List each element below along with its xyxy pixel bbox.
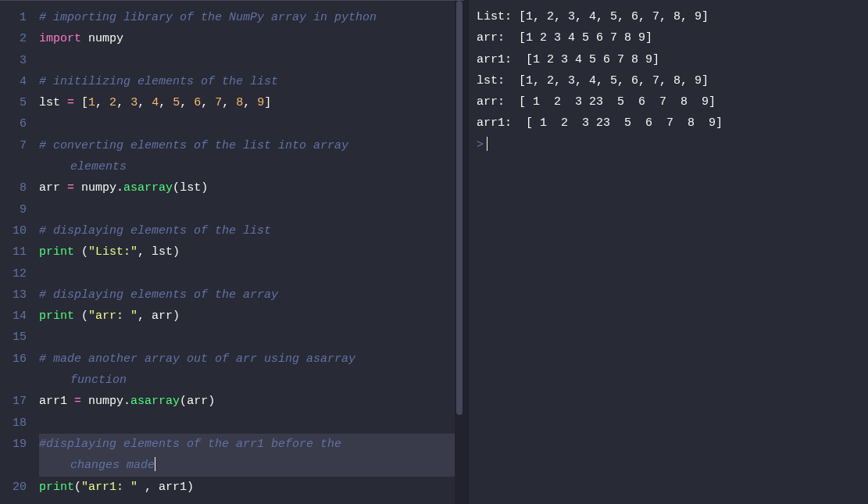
- code-area[interactable]: # importing library of the NumPy array i…: [34, 1, 464, 504]
- line-number: 8: [0, 177, 34, 198]
- code-line[interactable]: # displaying elements of the list: [39, 220, 464, 241]
- code-line[interactable]: #displaying elements of the arr1 before …: [39, 434, 464, 455]
- line-number-continuation: [0, 156, 34, 177]
- line-number: 14: [0, 306, 34, 327]
- line-number: 13: [0, 284, 34, 306]
- line-number: 5: [0, 92, 34, 113]
- line-number: 12: [0, 263, 34, 284]
- output-line: lst: [1, 2, 3, 4, 5, 6, 7, 8, 9]: [477, 70, 860, 91]
- code-line[interactable]: [39, 327, 464, 348]
- line-number: 7: [0, 135, 34, 156]
- prompt-line[interactable]: >: [477, 134, 860, 155]
- output-line: arr: [1 2 3 4 5 6 7 8 9]: [477, 27, 860, 48]
- line-number: 6: [0, 113, 34, 134]
- output-cursor: [487, 137, 488, 151]
- line-number: 16: [0, 349, 34, 370]
- code-line[interactable]: [39, 413, 464, 434]
- line-number: 20: [0, 477, 34, 498]
- output-line: arr: [ 1 2 3 23 5 6 7 8 9]: [477, 91, 860, 113]
- output-line: arr1: [1 2 3 4 5 6 7 8 9]: [477, 49, 860, 70]
- code-line[interactable]: print ("List:", lst): [39, 241, 464, 263]
- code-line[interactable]: [39, 113, 464, 134]
- line-number: 3: [0, 50, 34, 71]
- line-number-continuation: [0, 455, 34, 476]
- line-number-gutter: 1234567891011121314151617181920: [0, 1, 34, 504]
- code-line[interactable]: import numpy: [39, 28, 464, 49]
- scrollbar-thumb[interactable]: [456, 1, 463, 415]
- line-number-continuation: [0, 370, 34, 391]
- code-line[interactable]: # made another array out of arr using as…: [39, 349, 464, 370]
- line-number: 17: [0, 391, 34, 412]
- prompt-symbol: >: [477, 138, 484, 152]
- code-line[interactable]: [39, 263, 464, 284]
- line-number: 4: [0, 71, 34, 92]
- code-line-wrap[interactable]: changes made: [39, 455, 464, 476]
- line-number: 11: [0, 241, 34, 263]
- line-number: 2: [0, 28, 34, 49]
- code-line[interactable]: lst = [1, 2, 3, 4, 5, 6, 7, 8, 9]: [39, 92, 464, 113]
- line-number: 19: [0, 434, 34, 455]
- code-line[interactable]: # converting elements of the list into a…: [39, 135, 464, 156]
- output-pane[interactable]: List: [1, 2, 3, 4, 5, 6, 7, 8, 9]arr: [1…: [469, 0, 868, 504]
- line-number: 10: [0, 220, 34, 241]
- code-line[interactable]: [39, 50, 464, 71]
- editor-scrollbar[interactable]: [455, 1, 464, 504]
- code-line[interactable]: [39, 199, 464, 220]
- code-line-wrap[interactable]: function: [39, 370, 464, 391]
- line-number: 1: [0, 7, 34, 28]
- code-line[interactable]: # importing library of the NumPy array i…: [39, 7, 464, 28]
- text-cursor: [155, 457, 155, 471]
- line-number: 9: [0, 199, 34, 220]
- code-line[interactable]: # displaying elements of the array: [39, 284, 464, 306]
- code-line[interactable]: print("arr1: " , arr1): [39, 477, 464, 498]
- output-line: List: [1, 2, 3, 4, 5, 6, 7, 8, 9]: [477, 6, 860, 27]
- code-line[interactable]: print ("arr: ", arr): [39, 306, 464, 327]
- output-line: arr1: [ 1 2 3 23 5 6 7 8 9]: [477, 113, 860, 134]
- code-line[interactable]: # initilizing elements of the list: [39, 71, 464, 92]
- line-number: 18: [0, 413, 34, 434]
- code-editor-pane[interactable]: 1234567891011121314151617181920 # import…: [0, 0, 464, 504]
- line-number: 15: [0, 327, 34, 348]
- code-line[interactable]: arr = numpy.asarray(lst): [39, 177, 464, 198]
- code-line-wrap[interactable]: elements: [39, 156, 464, 177]
- code-line[interactable]: arr1 = numpy.asarray(arr): [39, 391, 464, 412]
